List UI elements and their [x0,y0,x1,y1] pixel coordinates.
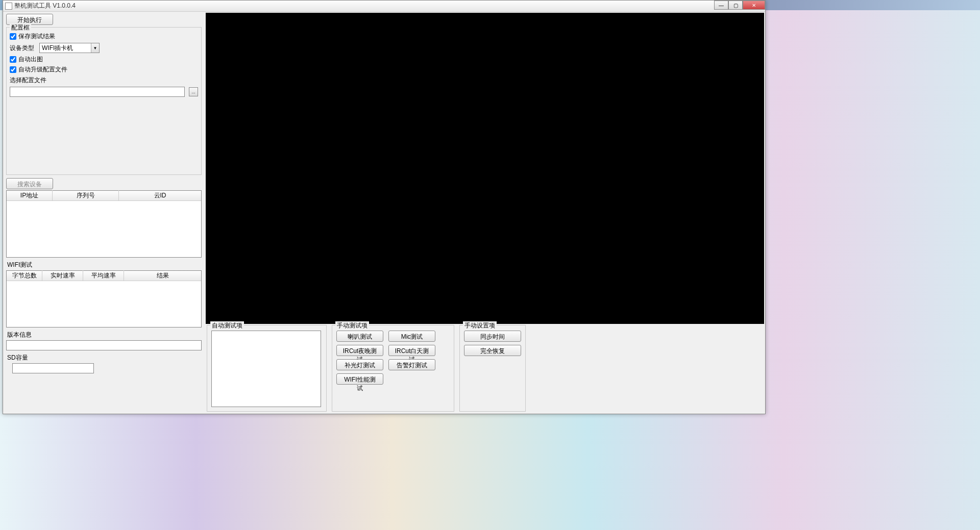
browse-button[interactable]: ... [189,87,198,96]
auto-upgrade-label: 自动升级配置文件 [18,65,67,74]
save-result-label: 保存测试结果 [18,32,55,41]
select-config-label: 选择配置文件 [10,76,198,85]
window-title: 整机测试工具 V1.0.0.4 [14,2,76,10]
device-type-combo[interactable] [39,43,100,53]
right-area: 自动测试项 手动测试项 喇叭测试 Mic测试 IRCut夜晚测试 IRCut白天… [205,12,765,414]
auto-test-group: 自动测试项 [207,325,327,412]
wifi-table-body [7,281,201,327]
auto-test-listbox[interactable] [211,331,321,407]
device-table[interactable]: IP地址 序列号 云ID [6,190,202,258]
col-avg[interactable]: 平均速率 [83,270,124,281]
col-rt[interactable]: 实时速率 [42,270,83,281]
col-sn[interactable]: 序列号 [53,190,119,201]
save-result-checkbox[interactable] [10,33,16,40]
wifi-test-label: WIFI测试 [7,261,202,269]
left-panel: 开始执行 配置框 保存测试结果 设备类型 ▼ 自动出图 [3,12,205,414]
version-info-input[interactable] [6,340,202,350]
fill-light-button[interactable]: 补光灯测试 [336,359,383,370]
sd-capacity-label: SD容量 [7,354,202,362]
full-restore-button[interactable]: 完全恢复 [464,345,521,356]
close-button[interactable]: ✕ [743,1,765,10]
col-result[interactable]: 结果 [124,270,201,281]
sd-capacity-input[interactable] [12,363,94,373]
device-type-label: 设备类型 [10,44,35,53]
alarm-light-button[interactable]: 告警灯测试 [388,359,435,370]
auto-img-label: 自动出图 [18,55,43,64]
ircut-day-button[interactable]: IRCut白天测试 [388,345,435,356]
auto-upgrade-checkbox[interactable] [10,66,16,73]
ircut-night-button[interactable]: IRCut夜晚测试 [336,345,383,356]
minimize-button[interactable]: — [714,1,728,10]
device-table-body [7,201,201,257]
col-cloud[interactable]: 云ID [119,190,201,201]
speaker-test-button[interactable]: 喇叭测试 [336,331,383,342]
mic-test-button[interactable]: Mic测试 [388,331,435,342]
wifi-perf-button[interactable]: WIFI性能测试 [336,373,383,385]
col-ip[interactable]: IP地址 [7,190,53,201]
config-path-input[interactable] [10,87,185,97]
maximize-button[interactable]: ▢ [728,1,743,10]
auto-test-legend: 自动测试项 [210,321,244,330]
manual-settings-group: 手动设置项 同步时间 完全恢复 [459,325,526,412]
auto-img-checkbox[interactable] [10,56,16,63]
manual-test-legend: 手动测试项 [335,321,369,330]
titlebar[interactable]: 整机测试工具 V1.0.0.4 — ▢ ✕ [3,1,765,12]
config-groupbox: 配置框 保存测试结果 设备类型 ▼ 自动出图 [6,27,202,175]
version-info-label: 版本信息 [7,331,202,339]
wifi-table[interactable]: 字节总数 实时速率 平均速率 结果 [6,270,202,327]
video-preview [206,13,764,324]
col-bytes[interactable]: 字节总数 [7,270,42,281]
manual-settings-legend: 手动设置项 [463,321,497,330]
manual-test-group: 手动测试项 喇叭测试 Mic测试 IRCut夜晚测试 IRCut白天测试 补光灯… [332,325,454,412]
config-legend: 配置框 [10,23,31,32]
search-device-button[interactable]: 搜索设备 [6,178,53,189]
app-window: 整机测试工具 V1.0.0.4 — ▢ ✕ 开始执行 配置框 保存测试结果 设备… [3,0,766,414]
sync-time-button[interactable]: 同步时间 [464,331,521,342]
app-icon [5,3,12,10]
